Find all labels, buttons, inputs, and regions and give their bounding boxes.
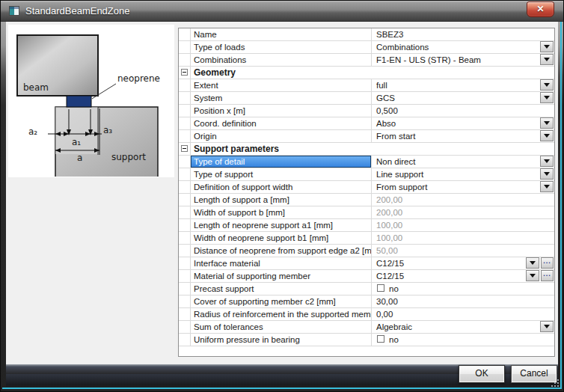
property-grid[interactable]: NameSBEZ3Type of loadsCombinationsCombin… [178,28,555,357]
dropdown-arrow-button[interactable] [540,117,554,129]
checkbox[interactable] [377,284,384,292]
row-label[interactable]: Length of support a [mm] [191,194,372,206]
row-value-cell[interactable]: 100,00 [372,219,554,231]
row-value-cell[interactable]: 0,500 [372,105,554,117]
property-row[interactable]: OriginFrom start [179,130,554,143]
property-row[interactable]: Distance of neoprene from support edge a… [179,245,554,257]
collapse-minus-icon[interactable] [181,145,188,152]
row-label[interactable]: Support parameters [191,143,372,155]
property-row[interactable]: Type of detailNon direct [179,156,554,168]
row-value-cell[interactable]: 100,00 [372,232,554,244]
row-label[interactable]: Type of detail [191,156,372,168]
row-label[interactable]: Interface material [191,257,372,269]
row-value-cell[interactable]: Algebraic [372,321,554,333]
dropdown-arrow-button[interactable] [540,79,554,91]
property-row[interactable]: Extentfull [179,79,554,92]
group-row[interactable]: Geometry [179,67,554,79]
row-value-cell[interactable]: no [372,334,554,346]
row-label[interactable]: Position x [m] [191,105,372,117]
checkbox[interactable] [377,335,384,343]
browse-ellipsis-button[interactable]: ... [541,257,554,269]
row-value-cell[interactable]: 200,00 [372,194,554,206]
property-row[interactable]: Uniform pressure in bearingno [179,334,554,346]
row-value-cell[interactable]: Abso [372,117,554,129]
property-row[interactable]: Cover of supporting member c2 [mm]30,00 [179,295,554,308]
property-row[interactable]: Coord. definitionAbso [179,117,554,130]
collapse-minus-icon[interactable] [181,69,188,76]
row-label[interactable]: Extent [191,79,372,91]
property-row[interactable]: Radius of reinforcement in the supported… [179,308,554,321]
row-value-cell[interactable]: From support [372,181,554,193]
row-label[interactable]: Precast support [191,283,372,295]
row-label[interactable]: Type of loads [191,41,372,53]
row-label[interactable]: Width of neoprene support b1 [mm] [191,232,372,244]
row-value-cell[interactable]: no [372,283,554,295]
dropdown-arrow-button[interactable] [540,321,554,332]
row-value-cell[interactable]: Combinations [372,41,554,53]
property-row[interactable]: Width of neoprene support b1 [mm]100,00 [179,232,554,245]
row-value-cell[interactable]: C12/15... [372,270,554,282]
dropdown-arrow-button[interactable] [526,270,539,281]
row-value-cell[interactable]: full [372,79,554,91]
property-row[interactable]: Position x [m]0,500 [179,105,554,117]
row-value-cell[interactable]: 50,00 [372,245,554,257]
dropdown-arrow-button[interactable] [540,156,554,167]
row-label[interactable]: System [191,92,372,104]
row-label[interactable]: Name [191,28,372,40]
row-label[interactable]: Length of neoprene support a1 [mm] [191,219,372,231]
row-value: C12/15 [376,259,404,268]
property-row[interactable]: Precast supportno [179,283,554,295]
title-bar[interactable]: StandardBeamEndZone [1,1,563,22]
dropdown-arrow-button[interactable] [540,92,554,103]
row-value-cell[interactable]: 30,00 [372,295,554,307]
property-row[interactable]: Length of neoprene support a1 [mm]100,00 [179,219,554,232]
property-row[interactable]: Material of supporting memberC12/15... [179,270,554,283]
row-value-cell[interactable]: C12/15... [372,257,554,269]
row-value-cell[interactable]: 0,00 [372,308,554,320]
dropdown-arrow-button[interactable] [540,54,554,65]
close-button[interactable]: ✕ [527,1,554,17]
group-row[interactable]: Support parameters [179,143,554,156]
row-value-cell[interactable] [372,143,554,155]
row-value-cell[interactable]: SBEZ3 [372,28,554,40]
row-value-cell[interactable]: From start [372,130,554,142]
dropdown-arrow-button[interactable] [540,168,554,180]
row-label[interactable]: Combinations [191,54,372,66]
row-label[interactable]: Width of support b [mm] [191,206,372,218]
row-value-cell[interactable]: F1-EN - ULS (STR) - Beam [372,54,554,66]
row-label[interactable]: Material of supporting member [191,270,372,282]
property-row[interactable]: Interface materialC12/15... [179,257,554,270]
row-label[interactable]: Definition of support width [191,181,372,193]
browse-ellipsis-button[interactable]: ... [541,270,554,281]
property-row[interactable]: Type of loadsCombinations [179,41,554,54]
row-label[interactable]: Sum of tolerances [191,321,372,333]
row-label[interactable]: Cover of supporting member c2 [mm] [191,295,372,307]
row-label[interactable]: Geometry [191,67,372,79]
row-value-cell[interactable]: Non direct [372,156,554,168]
row-label[interactable]: Radius of reinforcement in the supported… [191,308,372,320]
row-value-cell[interactable]: 200,00 [372,206,554,218]
property-row[interactable]: NameSBEZ3 [179,28,554,41]
property-row[interactable]: Type of supportLine support [179,168,554,181]
dropdown-arrow-button[interactable] [540,41,554,52]
ok-button[interactable]: OK [459,365,505,383]
property-row[interactable]: SystemGCS [179,92,554,105]
property-row[interactable]: Width of support b [mm]200,00 [179,206,554,219]
property-row[interactable]: Length of support a [mm]200,00 [179,194,554,206]
row-value-cell[interactable] [372,67,554,79]
resize-grip[interactable] [550,378,559,387]
dropdown-arrow-button[interactable] [540,130,554,141]
dropdown-arrow-button[interactable] [540,181,554,192]
property-row[interactable]: CombinationsF1-EN - ULS (STR) - Beam [179,54,554,67]
row-label[interactable]: Uniform pressure in bearing [191,334,372,346]
row-label[interactable]: Distance of neoprene from support edge a… [191,245,372,257]
row-value-cell[interactable]: Line support [372,168,554,180]
row-label[interactable]: Coord. definition [191,117,372,129]
window-border-left [1,1,6,391]
row-label[interactable]: Type of support [191,168,372,180]
dropdown-arrow-button[interactable] [526,257,539,269]
row-label[interactable]: Origin [191,130,372,142]
row-value-cell[interactable]: GCS [372,92,554,104]
property-row[interactable]: Sum of tolerancesAlgebraic [179,321,554,334]
property-row[interactable]: Definition of support widthFrom support [179,181,554,194]
